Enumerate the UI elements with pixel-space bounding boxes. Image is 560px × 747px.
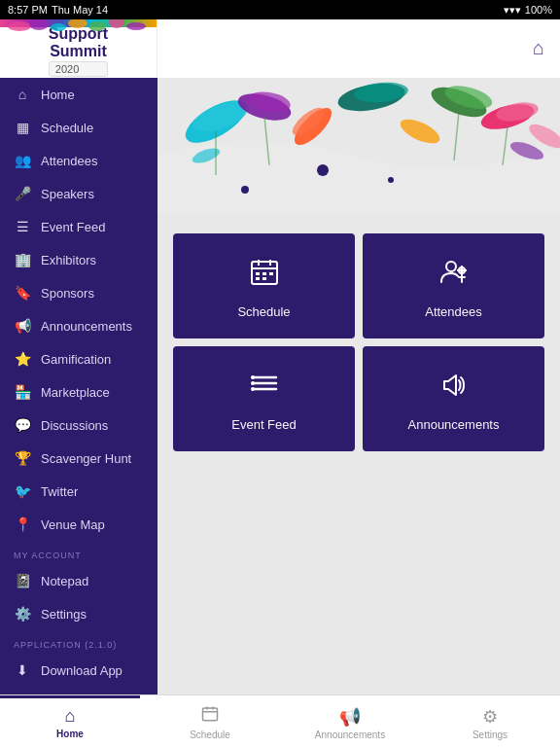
tab-home-icon: ⌂: [65, 706, 76, 727]
home-icon: ⌂: [14, 87, 31, 102]
download-app-icon: ⬇: [14, 662, 31, 678]
card-event-feed-label: Event Feed: [231, 417, 297, 432]
sidebar-label-sponsors: Sponsors: [41, 286, 94, 301]
discussions-icon: 💬: [14, 417, 31, 433]
sidebar-label-notepad: Notepad: [41, 574, 88, 588]
sidebar-item-exhibitors[interactable]: 🏢 Exhibitors: [0, 243, 158, 276]
exhibitors-icon: 🏢: [14, 252, 31, 267]
sidebar-item-scavenger-hunt[interactable]: 🏆 Scavenger Hunt: [0, 442, 158, 475]
app-container: Support Summit 2020 ⌂ ⌂ Home ▦ Schedule …: [0, 19, 560, 747]
sidebar-item-event-feed[interactable]: ☰ Event Feed: [0, 210, 158, 243]
sidebar-item-schedule[interactable]: ▦ Schedule: [0, 111, 158, 144]
svg-rect-39: [262, 277, 266, 280]
svg-rect-35: [256, 272, 260, 275]
svg-point-22: [241, 186, 249, 194]
sidebar-item-home[interactable]: ⌂ Home: [0, 78, 158, 111]
svg-rect-54: [203, 708, 218, 721]
svg-point-3: [68, 19, 88, 28]
sidebar-label-speakers: Speakers: [41, 187, 94, 201]
gamification-icon: ⭐: [14, 351, 31, 367]
tab-announcements[interactable]: 📢 Announcements: [280, 695, 420, 747]
card-announcements[interactable]: Announcements: [363, 346, 544, 451]
sidebar-item-venue-map[interactable]: 📍 Venue Map: [0, 508, 158, 541]
announcements-icon: 📢: [14, 318, 31, 334]
sidebar: ⌂ Home ▦ Schedule 👥 Attendees 🎤 Speakers…: [0, 78, 158, 694]
sidebar-item-marketplace[interactable]: 🏪 Marketplace: [0, 375, 158, 409]
attendees-icon: 👥: [14, 153, 31, 168]
tab-schedule[interactable]: Schedule: [140, 695, 280, 747]
marketplace-icon: 🏪: [14, 384, 31, 400]
tab-home[interactable]: ⌂ Home: [0, 695, 140, 747]
my-account-section-label: MY ACCOUNT: [0, 541, 158, 564]
twitter-icon: 🐦: [14, 483, 31, 499]
svg-rect-36: [262, 272, 266, 275]
sidebar-item-notepad[interactable]: 📓 Notepad: [0, 564, 158, 597]
card-event-feed[interactable]: Event Feed: [173, 346, 355, 451]
header-home-icon[interactable]: ⌂: [533, 37, 544, 59]
sidebar-label-attendees: Attendees: [41, 154, 98, 168]
application-section-label: APPLICATION (2.1.0): [0, 630, 158, 654]
wifi-icon: ▾▾▾: [504, 4, 521, 17]
speakers-icon: 🎤: [14, 186, 31, 201]
logo-text-area: Support Summit 2020: [49, 25, 108, 77]
sidebar-label-event-feed: Event Feed: [41, 220, 106, 234]
sidebar-label-marketplace: Marketplace: [41, 385, 110, 400]
sidebar-label-venue-map: Venue Map: [41, 517, 105, 532]
sidebar-label-scavenger-hunt: Scavenger Hunt: [41, 451, 131, 466]
status-day: Thu May 14: [52, 4, 108, 16]
event-feed-icon: ☰: [14, 219, 31, 234]
sidebar-label-schedule: Schedule: [41, 121, 93, 135]
svg-point-1: [29, 19, 49, 30]
calendar-icon: ▦: [14, 120, 31, 135]
svg-point-40: [446, 262, 456, 271]
card-announcements-label: Announcements: [408, 417, 500, 432]
card-schedule-icon: [249, 257, 280, 295]
top-header: Support Summit 2020 ⌂: [0, 19, 560, 78]
sidebar-item-settings[interactable]: ⚙️ Settings: [0, 597, 158, 630]
main-content: Schedule: [158, 78, 560, 694]
sidebar-item-twitter[interactable]: 🐦 Twitter: [0, 475, 158, 508]
logo-year: 2020: [49, 61, 108, 77]
svg-point-23: [388, 177, 394, 183]
card-announcements-icon: [438, 370, 470, 408]
card-event-feed-icon: [249, 370, 280, 408]
status-time: 8:57 PM: [8, 4, 48, 16]
svg-rect-37: [269, 272, 273, 275]
svg-point-2: [51, 23, 66, 31]
svg-point-52: [251, 381, 255, 385]
status-bar: 8:57 PM Thu May 14 ▾▾▾ 100%: [0, 0, 560, 19]
tab-settings[interactable]: ⚙ Settings: [420, 695, 560, 747]
sidebar-label-exhibitors: Exhibitors: [41, 253, 96, 267]
sidebar-label-discussions: Discussions: [41, 418, 108, 433]
tab-home-label: Home: [56, 729, 84, 739]
tab-settings-icon: ⚙: [482, 706, 498, 728]
card-schedule-label: Schedule: [237, 304, 290, 319]
sidebar-item-discussions[interactable]: 💬 Discussions: [0, 409, 158, 442]
card-attendees[interactable]: Attendees: [363, 233, 544, 338]
sidebar-label-home: Home: [41, 88, 75, 102]
tab-announcements-icon: 📢: [339, 706, 361, 728]
svg-point-0: [8, 21, 31, 31]
venue-map-icon: 📍: [14, 516, 31, 532]
card-attendees-icon: [438, 257, 470, 295]
card-schedule[interactable]: Schedule: [173, 233, 355, 338]
hero-banner: [158, 78, 560, 214]
sidebar-item-gamification[interactable]: ⭐ Gamification: [0, 342, 158, 375]
settings-icon: ⚙️: [14, 606, 31, 622]
sidebar-label-twitter: Twitter: [41, 484, 78, 499]
sidebar-item-announcements[interactable]: 📢 Announcements: [0, 309, 158, 342]
svg-point-5: [109, 19, 124, 28]
card-attendees-label: Attendees: [425, 304, 482, 319]
svg-point-21: [317, 164, 329, 176]
sidebar-item-attendees[interactable]: 👥 Attendees: [0, 144, 158, 177]
sidebar-item-speakers[interactable]: 🎤 Speakers: [0, 177, 158, 210]
sidebar-item-download-app[interactable]: ⬇ Download App: [0, 654, 158, 687]
header-right: ⌂: [158, 19, 560, 78]
status-indicators: ▾▾▾ 100%: [504, 4, 552, 17]
tab-announcements-label: Announcements: [315, 729, 385, 740]
svg-point-4: [88, 21, 106, 31]
cards-grid: Schedule: [158, 218, 560, 467]
sidebar-item-sponsors[interactable]: 🔖 Sponsors: [0, 276, 158, 309]
sidebar-item-all-events[interactable]: 🔀 All Events: [0, 687, 158, 694]
sidebar-label-announcements: Announcements: [41, 319, 132, 334]
